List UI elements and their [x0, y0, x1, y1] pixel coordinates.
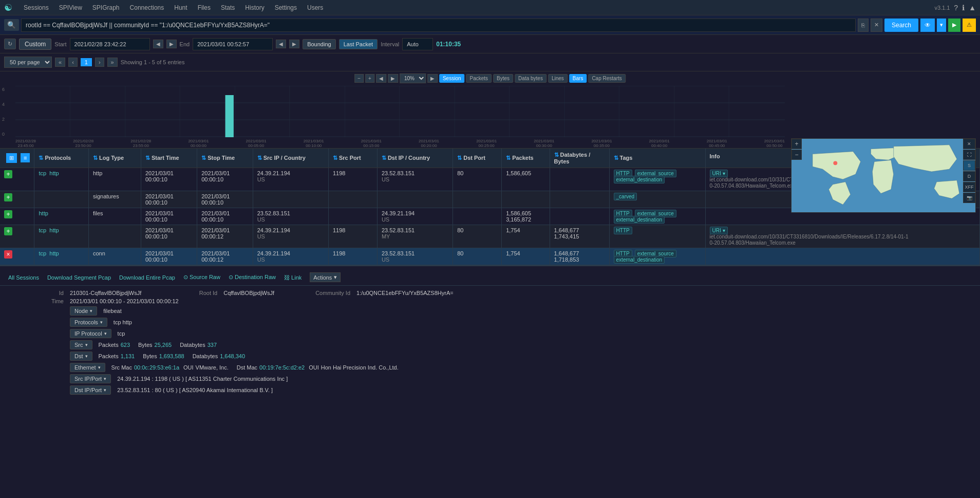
per-page-select[interactable]: 50 per page — [4, 57, 52, 68]
actions-dropdown-button[interactable]: Actions ▾ — [310, 272, 341, 282]
map-s-button[interactable]: S — [963, 160, 975, 171]
search-button[interactable]: Search — [884, 19, 918, 32]
end-time-input[interactable] — [193, 38, 273, 50]
download-entire-button[interactable]: Download Entire Pcap — [119, 274, 175, 281]
th-stop-time[interactable]: ⇅Stop Time — [197, 149, 253, 168]
chart-tab-packets[interactable]: Packets — [466, 74, 492, 83]
send-button[interactable]: ▶ — [948, 19, 960, 32]
th-protocols[interactable]: ⇅Protocols — [34, 149, 88, 168]
expand-row-3-button[interactable]: + — [4, 210, 12, 218]
search-icon-button[interactable]: 🔍 — [4, 19, 19, 31]
nav-files[interactable]: Files — [193, 0, 216, 15]
expand-row-1-button[interactable]: + — [4, 170, 12, 178]
start-next-button[interactable]: ▶ — [166, 40, 177, 48]
page-prev-button[interactable]: ‹ — [68, 58, 78, 67]
info-icon[interactable]: ℹ — [962, 4, 965, 12]
nav-connections[interactable]: Connections — [125, 0, 169, 15]
tags-cell: HTTP external_sourceexternal_destination — [609, 248, 705, 265]
page-next-button[interactable]: › — [95, 58, 104, 67]
map-zoom-out-button[interactable]: − — [791, 150, 802, 160]
time-custom-button[interactable]: Custom — [19, 39, 51, 50]
th-log-type[interactable]: ⇅Log Type — [88, 149, 141, 168]
session-detail-panel: All Sessions Download Segment Pcap Downl… — [0, 265, 980, 404]
nav-settings[interactable]: Settings — [270, 0, 302, 15]
copy-search-button[interactable]: ⎘ — [858, 19, 869, 32]
time-refresh-button[interactable]: ↻ — [4, 39, 16, 49]
map-zoom-in-button[interactable]: + — [791, 139, 802, 149]
zoom-select[interactable]: 10% — [400, 73, 426, 83]
src-databytes-label: Databytes — [180, 342, 205, 348]
bounding-button[interactable]: Bounding — [303, 39, 336, 49]
map-close-button[interactable]: ✕ — [963, 139, 975, 149]
help-icon[interactable]: ? — [954, 4, 958, 12]
nav-users[interactable]: Users — [302, 0, 328, 15]
collapse-row-5-button[interactable]: × — [4, 250, 12, 259]
nav-stats[interactable]: Stats — [216, 0, 240, 15]
src-dropdown-button[interactable]: Src ▾ — [70, 340, 92, 349]
map-xff-button[interactable]: XFF — [963, 182, 975, 192]
map-d-button[interactable]: D — [963, 171, 975, 181]
th-start-time[interactable]: ⇅Start Time — [141, 149, 197, 168]
download-segment-button[interactable]: Download Segment Pcap — [47, 274, 111, 281]
expand-row-4-button[interactable]: + — [4, 227, 12, 235]
grid-view-button[interactable]: ⊞ — [6, 153, 17, 163]
th-packets[interactable]: ⇅Packets — [502, 149, 550, 168]
notification-icon[interactable]: ▲ — [969, 4, 976, 12]
page-first-button[interactable]: « — [55, 58, 65, 67]
source-raw-button[interactable]: ⊙ Source Raw — [183, 274, 220, 281]
eye-button[interactable]: 👁 — [920, 19, 935, 32]
interval-input[interactable] — [402, 38, 433, 50]
src-ip-port-dropdown-button[interactable]: Src IP/Port ▾ — [70, 374, 111, 383]
zoom-next-button[interactable]: ▶ — [388, 74, 398, 83]
start-time-input[interactable] — [70, 38, 150, 50]
session-detail-content: Id 210301-CqffavlBOBjpdjWsJf Root Id Cqf… — [0, 286, 980, 401]
th-src-port[interactable]: ⇅Src Port — [328, 149, 377, 168]
end-prev-button[interactable]: ◀ — [276, 40, 286, 48]
clear-search-button[interactable]: ✕ — [871, 19, 882, 32]
nav-spigraph[interactable]: SPIGraph — [87, 0, 125, 15]
alert-button[interactable]: ⚠ — [963, 19, 976, 32]
th-dst-ip[interactable]: ⇅Dst IP / Country — [377, 149, 453, 168]
last-packet-button[interactable]: Last Packet — [339, 39, 378, 49]
dst-dropdown-button[interactable]: Dst ▾ — [70, 352, 92, 361]
nav-sessions[interactable]: Sessions — [18, 0, 54, 15]
dst-ip-port-dropdown-button[interactable]: Dst IP/Port ▾ — [70, 385, 111, 395]
nav-history[interactable]: History — [240, 0, 269, 15]
chart-tab-lines[interactable]: Lines — [548, 74, 568, 83]
map-svg — [791, 139, 975, 212]
node-dropdown-button[interactable]: Node ▾ — [70, 306, 97, 316]
zoom-in-button[interactable]: + — [365, 74, 374, 83]
th-dst-port[interactable]: ⇅Dst Port — [453, 149, 502, 168]
dstport-cell: 80 — [453, 248, 502, 265]
chart-tab-session[interactable]: Session — [439, 74, 465, 83]
th-tags[interactable]: ⇅Tags — [609, 149, 705, 168]
th-databytes[interactable]: ⇅Databytes /Bytes — [550, 149, 609, 168]
chart-tab-databytes[interactable]: Data bytes — [515, 74, 546, 83]
zoom-prev-button[interactable]: ◀ — [376, 74, 386, 83]
list-view-button[interactable]: ≡ — [21, 153, 30, 162]
ip-protocol-dropdown-button[interactable]: IP Protocol ▾ — [70, 329, 111, 338]
th-src-ip[interactable]: ⇅Src IP / Country — [253, 149, 328, 168]
destination-raw-button[interactable]: ⊙ Destination Raw — [229, 274, 276, 281]
search-input[interactable] — [21, 19, 856, 32]
all-sessions-button[interactable]: All Sessions — [8, 274, 39, 281]
chart-tab-cap-restarts[interactable]: Cap Restarts — [588, 74, 625, 83]
link-button[interactable]: ⛓ Link — [284, 274, 301, 281]
map-camera-button[interactable]: 📷 — [963, 193, 975, 203]
nav-spiview[interactable]: SPIView — [54, 0, 87, 15]
nav-hunt[interactable]: Hunt — [169, 0, 192, 15]
time-value: 2021/03/01 00:00:10 - 2021/03/01 00:00:1… — [70, 298, 179, 304]
page-last-button[interactable]: » — [107, 58, 118, 67]
end-next-button[interactable]: ▶ — [289, 40, 299, 48]
start-prev-button[interactable]: ◀ — [153, 40, 163, 48]
zoom-more-button[interactable]: ▶ — [427, 74, 438, 83]
search-caret-button[interactable]: ▾ — [937, 19, 946, 32]
map-fullscreen-button[interactable]: ⛶ — [963, 150, 975, 160]
zoom-out-button[interactable]: − — [354, 74, 364, 83]
chart-tab-bars[interactable]: Bars — [569, 74, 587, 83]
expand-row-2-button[interactable]: + — [4, 193, 12, 201]
protocols-dropdown-button[interactable]: Protocols ▾ — [70, 318, 107, 327]
ethernet-dropdown-button[interactable]: Ethernet ▾ — [70, 363, 105, 372]
th-actions[interactable]: ⊞ ≡ — [0, 149, 34, 168]
chart-tab-bytes[interactable]: Bytes — [493, 74, 513, 83]
